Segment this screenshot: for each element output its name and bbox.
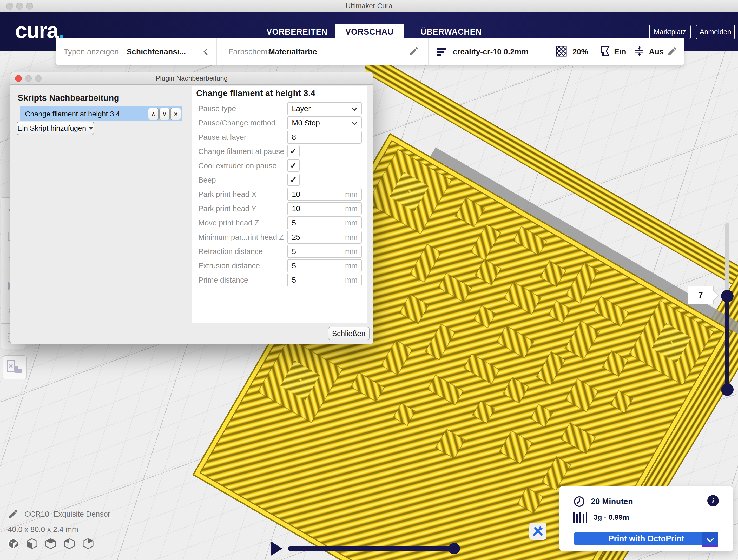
print-estimate-card: 20 Minuten 3g · 0.99m i Print with OctoP…	[559, 486, 733, 551]
dialog-minimize-button	[25, 75, 32, 82]
field-label: Beep	[198, 173, 216, 186]
printer-profile-value[interactable]: creality-cr-10 0.2mm	[453, 47, 528, 56]
field-label: Change filament at pause	[198, 145, 284, 158]
simulation-slider-track[interactable]	[288, 547, 455, 551]
layer-number-tooltip: 7	[688, 286, 714, 305]
edit-colorscheme-pencil-icon[interactable]	[409, 46, 419, 57]
retraction-distance-field[interactable]: mm	[287, 245, 362, 258]
park-y-field[interactable]: mm	[287, 202, 362, 215]
close-window-button[interactable]	[6, 3, 13, 10]
qr-module	[537, 352, 565, 385]
field-label: Pause at layer	[198, 131, 246, 144]
dialog-close-button[interactable]	[15, 75, 22, 82]
model-info: CCR10_Exquisite Densor 40.0 x 80.0 x 2.4…	[8, 509, 110, 534]
play-button[interactable]	[271, 541, 282, 556]
field-label: Cool extruder on pause	[198, 159, 277, 172]
layer-slider-range[interactable]	[725, 296, 729, 390]
qr-module	[561, 423, 595, 453]
colorscheme-value[interactable]: Materialfarbe	[269, 47, 317, 56]
qr-module	[439, 274, 471, 302]
pause-at-layer-input[interactable]	[288, 131, 361, 143]
qr-module	[351, 373, 384, 401]
view-top-icon[interactable]	[44, 537, 57, 550]
chevron-down-icon	[352, 119, 358, 125]
collapse-chevron-icon[interactable]	[204, 48, 210, 55]
rename-model-pencil-icon[interactable]	[8, 509, 19, 520]
prime-distance-field[interactable]: mm	[287, 273, 362, 287]
cura-window: ✥ ◳ ↻ ⧓ ⚙ ⬚ cura. VORBEREITEN VORSCHAU Ü…	[0, 0, 738, 560]
move-script-up-button[interactable]: ∧	[148, 108, 158, 120]
macos-titlebar[interactable]: Ultimaker Cura	[0, 0, 738, 12]
layer-slider-lower-handle[interactable]	[721, 383, 734, 396]
qr-module	[531, 405, 552, 426]
extrusion-distance-field[interactable]: mm	[287, 259, 362, 272]
print-options-chevron-button[interactable]	[702, 532, 718, 545]
beep-checkbox[interactable]: ✓	[287, 173, 300, 186]
settings-heading: Change filament at height 3.4	[196, 88, 315, 98]
qr-module	[426, 325, 455, 360]
unit-label: mm	[345, 245, 358, 257]
view-left-icon[interactable]	[63, 537, 76, 550]
layer-slider-upper-handle[interactable]	[721, 290, 734, 302]
close-dialog-button[interactable]: Schließen	[328, 327, 370, 340]
view-3d-icon[interactable]	[7, 537, 20, 550]
infill-value[interactable]: 20%	[573, 47, 588, 56]
park-x-field[interactable]: mm	[287, 188, 362, 201]
info-icon[interactable]: i	[707, 495, 719, 507]
qr-finder-pattern	[367, 150, 451, 233]
adhesion-value[interactable]: Aus	[649, 47, 664, 56]
qr-module	[566, 321, 599, 359]
mesh-type-button[interactable]	[3, 355, 26, 379]
signin-button[interactable]: Anmelden	[696, 25, 735, 39]
unit-label: mm	[345, 231, 358, 243]
qr-module	[566, 379, 598, 411]
selected-script-row[interactable]: Change filament at height 3.4 ∧ ∨ ×	[20, 106, 182, 121]
pause-method-select[interactable]: M0 Stop	[287, 116, 362, 129]
support-icon	[599, 45, 611, 58]
support-value[interactable]: Ein	[614, 47, 626, 56]
move-z-field[interactable]: mm	[287, 216, 362, 229]
cool-extruder-checkbox[interactable]: ✓	[287, 159, 300, 172]
qr-module	[394, 404, 415, 425]
model-dimensions: 40.0 x 80.0 x 2.4 mm	[8, 525, 110, 534]
qr-module	[464, 354, 499, 383]
edit-printer-pencil-icon[interactable]	[667, 46, 678, 57]
octoprint-settings-button[interactable]	[529, 523, 546, 540]
qr-finder-pattern	[630, 301, 713, 385]
divider	[217, 38, 217, 65]
pause-at-layer-field[interactable]	[287, 131, 362, 144]
clock-icon	[573, 496, 585, 508]
move-script-down-button[interactable]: ∨	[159, 108, 170, 120]
qr-module	[475, 260, 500, 285]
view-type-value[interactable]: Schichtenansi...	[126, 47, 186, 56]
chevron-down-icon	[352, 105, 358, 111]
unit-label: mm	[345, 188, 358, 200]
print-with-octoprint-button[interactable]: Print with OctoPrint	[574, 532, 718, 545]
simulation-slider-handle[interactable]	[448, 543, 460, 554]
dialog-title: Plugin Nachbearbeitung	[156, 74, 228, 82]
window-title: Ultimaker Cura	[346, 2, 392, 10]
view-right-icon[interactable]	[82, 537, 95, 550]
marketplace-button[interactable]: Marktplatz	[649, 25, 691, 39]
field-label: Minimum par...rint head Z	[198, 231, 284, 243]
filament-icon	[573, 512, 587, 523]
remove-script-button[interactable]: ×	[170, 108, 181, 120]
qr-finder-pattern	[258, 339, 342, 422]
qr-module	[503, 378, 528, 403]
add-script-button[interactable]: Ein Skript hinzufügen	[17, 121, 94, 135]
pause-type-select[interactable]: Layer	[287, 102, 362, 115]
maximize-window-button[interactable]	[26, 3, 33, 10]
tools-icon	[532, 525, 543, 537]
dialog-titlebar[interactable]: Plugin Nachbearbeitung	[10, 72, 373, 85]
field-label: Retraction distance	[198, 245, 263, 258]
layer-slider-track[interactable]	[725, 223, 729, 301]
qr-module	[593, 297, 628, 326]
mesh-type-icon	[6, 358, 24, 376]
minimize-window-button[interactable]	[16, 3, 23, 10]
minimum-park-z-field[interactable]: mm	[287, 231, 362, 243]
view-front-icon[interactable]	[25, 537, 38, 550]
printer-profile-icon	[436, 45, 448, 58]
field-label: Extrusion distance	[198, 259, 260, 272]
change-filament-checkbox[interactable]: ✓	[287, 145, 300, 157]
tab-vorschau[interactable]: VORSCHAU	[335, 24, 404, 40]
